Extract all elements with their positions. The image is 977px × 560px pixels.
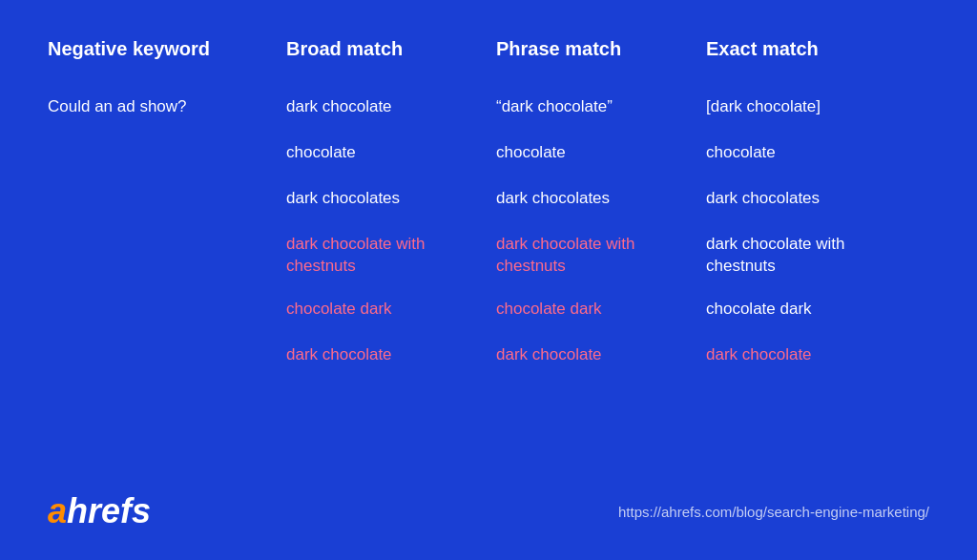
brand-text-hrefs: hrefs bbox=[67, 491, 151, 531]
cell-broad-5: dark chocolate bbox=[286, 339, 496, 384]
cell-broad-2: dark chocolates bbox=[286, 182, 496, 228]
column-negative: Negative keyword Could an ad show? bbox=[48, 38, 286, 472]
footer: a hrefs https://ahrefs.com/blog/search-e… bbox=[48, 491, 929, 531]
cell-broad-3: dark chocolate with chestnuts bbox=[286, 228, 496, 293]
header-phrase: Phrase match bbox=[496, 38, 706, 91]
cell-neg-2 bbox=[48, 182, 286, 228]
header-negative: Negative keyword bbox=[48, 38, 286, 91]
cell-neg-4 bbox=[48, 293, 286, 339]
column-broad: Broad match dark chocolate chocolate dar… bbox=[286, 38, 496, 472]
cell-phrase-0: “dark chocolate” bbox=[496, 91, 706, 136]
page-container: Negative keyword Could an ad show? Broad… bbox=[0, 0, 977, 560]
column-phrase: Phrase match “dark chocolate” chocolate … bbox=[496, 38, 706, 472]
cell-phrase-4: chocolate dark bbox=[496, 293, 706, 339]
cell-exact-2: dark chocolates bbox=[706, 182, 916, 228]
cell-exact-0: [dark chocolate] bbox=[706, 91, 916, 136]
cell-broad-4: chocolate dark bbox=[286, 293, 496, 339]
cell-neg-0: Could an ad show? bbox=[48, 91, 286, 136]
cell-exact-3: dark chocolate with chestnuts bbox=[706, 228, 916, 293]
brand-logo: a hrefs bbox=[48, 491, 151, 531]
cell-exact-4: chocolate dark bbox=[706, 293, 916, 339]
cell-phrase-1: chocolate bbox=[496, 136, 706, 182]
cell-broad-1: chocolate bbox=[286, 136, 496, 182]
header-broad: Broad match bbox=[286, 38, 496, 91]
cell-phrase-3: dark chocolate with chestnuts bbox=[496, 228, 706, 293]
cell-neg-5 bbox=[48, 339, 286, 384]
cell-phrase-5: dark chocolate bbox=[496, 339, 706, 384]
cell-exact-1: chocolate bbox=[706, 136, 916, 182]
cell-neg-1 bbox=[48, 136, 286, 182]
cell-phrase-2: dark chocolates bbox=[496, 182, 706, 228]
column-exact: Exact match [dark chocolate] chocolate d… bbox=[706, 38, 916, 472]
header-exact: Exact match bbox=[706, 38, 916, 91]
cell-neg-3 bbox=[48, 228, 286, 293]
brand-letter-a: a bbox=[48, 491, 67, 531]
cell-broad-0: dark chocolate bbox=[286, 91, 496, 136]
footer-url: https://ahrefs.com/blog/search-engine-ma… bbox=[618, 504, 929, 520]
cell-exact-5: dark chocolate bbox=[706, 339, 916, 384]
comparison-table: Negative keyword Could an ad show? Broad… bbox=[48, 38, 929, 472]
